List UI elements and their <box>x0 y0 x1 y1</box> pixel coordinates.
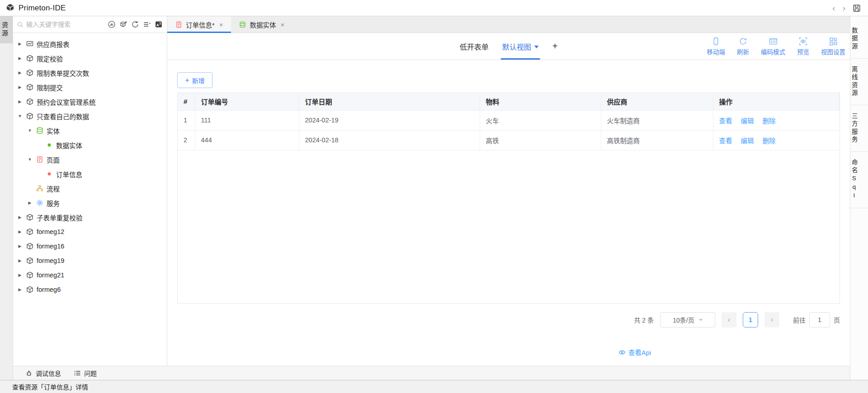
caret-icon[interactable] <box>17 244 23 248</box>
cell-index: 1 <box>178 110 195 130</box>
save-icon[interactable] <box>853 4 861 12</box>
action-label: 编码模式 <box>761 47 785 56</box>
view-link[interactable]: 查看 <box>719 117 732 125</box>
view-link[interactable]: 查看 <box>719 137 732 145</box>
cell-actions: 查看 编辑 删除 <box>713 110 840 130</box>
caret-icon[interactable] <box>17 56 23 61</box>
right-rail-tab[interactable]: 命名Sql <box>850 152 868 208</box>
view-settings-button[interactable]: 视图设置 <box>821 37 845 56</box>
column-header: 物料 <box>480 93 601 110</box>
tree-item[interactable]: formeg19 <box>13 253 167 268</box>
plus-icon: + <box>185 77 189 84</box>
caret-icon[interactable] <box>17 114 23 118</box>
tree-item[interactable]: 服务 <box>13 196 167 210</box>
mobile-view-button[interactable]: 移动端 <box>707 37 726 56</box>
caret-icon[interactable] <box>17 258 23 263</box>
tree-item-label: formeg21 <box>37 271 64 279</box>
tree-item[interactable]: formeg21 <box>13 268 167 282</box>
tree-item-icon <box>26 257 33 265</box>
action-label: 视图设置 <box>821 47 845 56</box>
caret-icon[interactable] <box>27 128 33 133</box>
eye-icon <box>618 349 626 356</box>
tree-item[interactable]: 实体 <box>13 123 167 138</box>
debug-info-button[interactable]: 调试信息 <box>25 369 61 378</box>
page-size-select[interactable]: 10条/页 <box>660 312 715 328</box>
caret-icon[interactable] <box>17 287 23 292</box>
title-bar: Primeton-IDE ‹ › <box>0 0 868 16</box>
caret-icon[interactable] <box>17 215 23 220</box>
editor-tab[interactable]: 订单信息* × <box>167 16 231 33</box>
right-rail-tab[interactable]: 三方服务 <box>850 105 868 152</box>
edit-link[interactable]: 编辑 <box>741 117 754 125</box>
view-api-link[interactable]: 查看Api <box>618 347 651 357</box>
column-header: 订单编号 <box>195 93 299 110</box>
tree-item-label: 限定校验 <box>37 54 63 63</box>
tree-item-label: 流程 <box>47 184 60 193</box>
tree-item-label: formeg19 <box>37 257 64 264</box>
new-model-icon[interactable]: AI A文 <box>119 20 127 28</box>
caret-icon[interactable] <box>17 70 23 75</box>
translate-icon[interactable]: AI A文 <box>155 20 163 28</box>
preview-button[interactable]: 预览 <box>797 37 809 56</box>
delete-link[interactable]: 删除 <box>763 117 776 125</box>
caret-icon[interactable] <box>17 85 23 89</box>
tree-item-label: 数据实体 <box>56 140 82 150</box>
tree-item[interactable]: 流程 <box>13 181 167 196</box>
collapse-list-icon[interactable]: AI A文 <box>143 20 151 28</box>
ai-icon[interactable]: AI A文 <box>108 20 116 28</box>
tree-item[interactable]: 限制表单提交次数 <box>13 66 167 80</box>
orders-table: # 订单编号 订单日期 物料 供应商 <box>177 93 840 304</box>
right-rail-tab[interactable]: 离线资源 <box>850 59 868 105</box>
tree-item[interactable]: formeg6 <box>13 282 167 297</box>
tree-item[interactable]: 供应商报表 <box>13 37 167 51</box>
tree-item[interactable]: 页面 <box>13 152 167 167</box>
next-page-button[interactable]: › <box>764 312 779 328</box>
search-input[interactable] <box>26 21 105 28</box>
tree-item[interactable]: formeg12 <box>13 225 167 239</box>
add-record-button[interactable]: + 新增 <box>177 72 212 88</box>
caret-icon[interactable] <box>17 273 23 277</box>
prev-page-button[interactable]: ‹ <box>722 312 736 328</box>
tree-item-label: formeg16 <box>37 243 64 250</box>
delete-link[interactable]: 删除 <box>763 137 776 145</box>
edit-link[interactable]: 编辑 <box>741 137 754 145</box>
problems-button[interactable]: 问题 <box>74 369 97 378</box>
tree-item[interactable]: formeg16 <box>13 239 167 253</box>
tree-item[interactable]: 只查看自己的数据 <box>13 109 167 123</box>
table-row: 2 444 2024-02-18 高铁 高铁制造商 查看 编辑 删 <box>178 130 840 150</box>
add-view-button[interactable]: + <box>552 41 558 51</box>
pagination: 共 2 条 10条/页 ‹ 1 › 前往 页 <box>177 312 840 328</box>
cell-order-date: 2024-02-18 <box>299 130 480 150</box>
tree-item-icon <box>26 214 33 221</box>
caret-icon[interactable] <box>27 157 33 162</box>
tree-item[interactable]: 数据实体 <box>13 138 167 152</box>
refresh-tree-icon[interactable]: AI A文 <box>131 20 139 28</box>
nav-back-icon[interactable]: ‹ <box>832 4 835 12</box>
tree-item-icon <box>26 112 33 120</box>
tree-item[interactable]: 限定校验 <box>13 51 167 66</box>
tree-item[interactable]: 限制提交 <box>13 80 167 94</box>
caret-icon[interactable] <box>17 229 23 234</box>
goto-page-input[interactable] <box>809 312 830 328</box>
tree-item[interactable]: 预约会议室管理系统 <box>13 94 167 109</box>
code-mode-button[interactable]: 编码模式 <box>761 37 785 56</box>
tree-item-icon <box>45 141 53 149</box>
tree-item[interactable]: 订单信息 <box>13 167 167 181</box>
tab-close-icon[interactable]: × <box>280 21 284 28</box>
left-rail-tab-resources[interactable]: 资源 <box>0 16 13 43</box>
caret-icon[interactable] <box>17 42 23 46</box>
search-box[interactable] <box>17 21 105 28</box>
tree-item[interactable]: 子表单重复校验 <box>13 210 167 225</box>
tree-item-icon <box>45 170 53 178</box>
tab-close-icon[interactable]: × <box>219 21 223 28</box>
refresh-button[interactable]: 刷新 <box>737 37 749 56</box>
caret-icon[interactable] <box>27 201 33 205</box>
tree-item-label: 限制提交 <box>37 83 63 92</box>
right-rail-tab[interactable]: 数据源 <box>850 20 868 59</box>
default-view-tab[interactable]: 默认视图 <box>502 33 539 60</box>
nav-forward-icon[interactable]: › <box>843 4 845 12</box>
editor-tab[interactable]: 数据实体 × <box>231 16 292 33</box>
tab-type-icon <box>175 21 182 28</box>
current-page-button[interactable]: 1 <box>743 312 758 328</box>
caret-icon[interactable] <box>17 99 23 104</box>
